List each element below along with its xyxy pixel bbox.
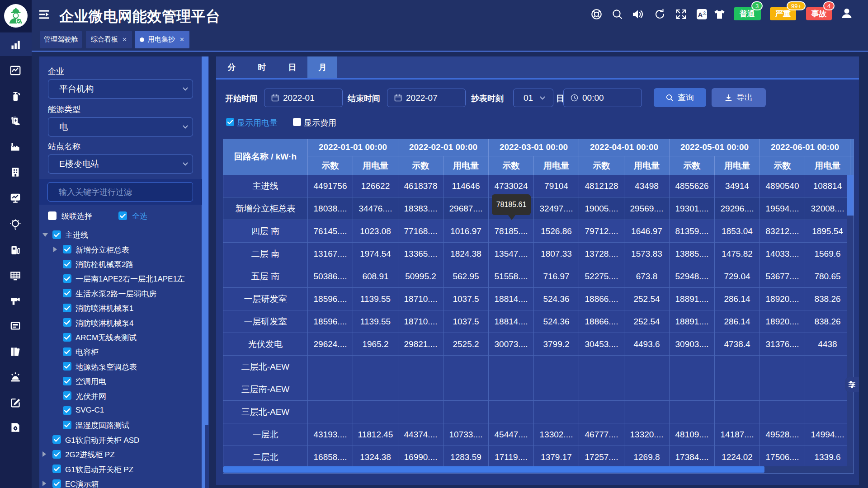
svg-text:A: A [698, 11, 703, 19]
svg-text:文: 文 [703, 11, 707, 15]
